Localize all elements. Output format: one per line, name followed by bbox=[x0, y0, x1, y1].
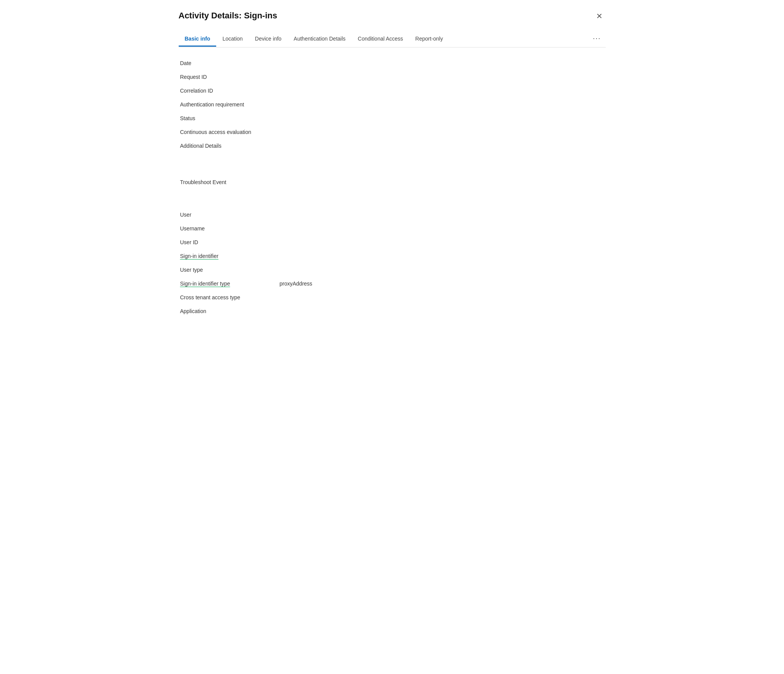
section-basic-fields: Date Request ID Correlation ID Authentic… bbox=[180, 57, 604, 153]
tab-location[interactable]: Location bbox=[216, 32, 249, 47]
field-signin-identifier: Sign-in identifier bbox=[180, 250, 604, 263]
gap-3 bbox=[180, 190, 604, 199]
field-label-signin-identifier: Sign-in identifier bbox=[180, 253, 280, 259]
field-label-request-id: Request ID bbox=[180, 74, 280, 80]
tab-authentication-details[interactable]: Authentication Details bbox=[288, 32, 352, 47]
field-label-status: Status bbox=[180, 115, 280, 121]
field-label-troubleshoot: Troubleshoot Event bbox=[180, 179, 280, 185]
field-label-user-id: User ID bbox=[180, 239, 280, 245]
field-label-date: Date bbox=[180, 60, 280, 66]
dialog-title: Activity Details: Sign-ins bbox=[179, 11, 277, 21]
field-signin-identifier-type: Sign-in identifier type proxyAddress bbox=[180, 277, 604, 291]
field-date: Date bbox=[180, 57, 604, 70]
field-troubleshoot: Troubleshoot Event bbox=[180, 175, 604, 190]
field-label-continuous-access: Continuous access evaluation bbox=[180, 129, 280, 135]
field-label-application: Application bbox=[180, 308, 280, 314]
tabs-container: Basic info Location Device info Authenti… bbox=[179, 31, 606, 47]
field-auth-requirement: Authentication requirement bbox=[180, 98, 604, 112]
tab-content-basic-info: Date Request ID Correlation ID Authentic… bbox=[179, 57, 606, 318]
field-label-auth-requirement: Authentication requirement bbox=[180, 101, 280, 108]
tab-report-only[interactable]: Report-only bbox=[409, 32, 449, 47]
field-username: Username bbox=[180, 222, 604, 236]
field-user-id: User ID bbox=[180, 236, 604, 250]
field-label-user: User bbox=[180, 212, 280, 218]
activity-details-dialog: Activity Details: Sign-ins ✕ Basic info … bbox=[166, 0, 618, 334]
gap-2 bbox=[180, 165, 604, 175]
close-button[interactable]: ✕ bbox=[593, 11, 606, 21]
field-correlation-id: Correlation ID bbox=[180, 84, 604, 98]
section-user-fields: User Username User ID Sign-in identifier… bbox=[180, 208, 604, 318]
field-value-signin-identifier-type: proxyAddress bbox=[280, 281, 313, 287]
gap-4 bbox=[180, 199, 604, 208]
field-label-signin-identifier-type: Sign-in identifier type bbox=[180, 281, 280, 287]
field-request-id: Request ID bbox=[180, 70, 604, 84]
field-label-username: Username bbox=[180, 225, 280, 232]
field-additional-details: Additional Details bbox=[180, 139, 604, 153]
field-label-correlation-id: Correlation ID bbox=[180, 88, 280, 94]
field-application: Application bbox=[180, 305, 604, 318]
field-user-type: User type bbox=[180, 263, 604, 277]
field-user: User bbox=[180, 208, 604, 222]
tab-basic-info[interactable]: Basic info bbox=[179, 32, 217, 47]
tab-device-info[interactable]: Device info bbox=[249, 32, 287, 47]
field-label-additional-details: Additional Details bbox=[180, 143, 280, 149]
field-label-cross-tenant-access-type: Cross tenant access type bbox=[180, 294, 280, 300]
gap-1 bbox=[180, 156, 604, 165]
field-cross-tenant-access-type: Cross tenant access type bbox=[180, 291, 604, 305]
field-label-user-type: User type bbox=[180, 267, 280, 273]
tabs-more-button[interactable]: ··· bbox=[588, 31, 605, 47]
dialog-header: Activity Details: Sign-ins ✕ bbox=[179, 11, 606, 21]
field-continuous-access: Continuous access evaluation bbox=[180, 126, 604, 139]
tab-conditional-access[interactable]: Conditional Access bbox=[352, 32, 409, 47]
field-status: Status bbox=[180, 112, 604, 126]
